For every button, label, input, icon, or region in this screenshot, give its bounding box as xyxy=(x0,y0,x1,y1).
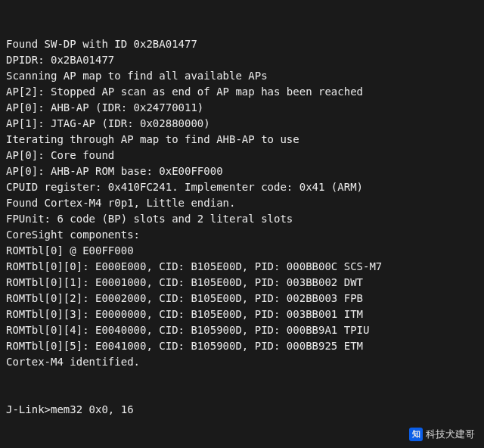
output-line: CoreSight components: xyxy=(6,227,478,243)
output-line: ROMTbl[0][2]: E0002000, CID: B105E00D, P… xyxy=(6,291,478,306)
output-line: ROMTbl[0][3]: E0000000, CID: B105E00D, P… xyxy=(6,306,478,322)
output-line: Found Cortex-M4 r0p1, Little endian. xyxy=(6,195,478,211)
output-line: ROMTbl[0][0]: E000E000, CID: B105E00D, P… xyxy=(6,259,478,275)
watermark-author: 科技犬建哥 xyxy=(426,426,475,442)
output-line: AP[0]: AHB-AP ROM base: 0xE00FF000 xyxy=(6,163,478,179)
output-line: FPUnit: 6 code (BP) slots and 2 literal … xyxy=(6,211,478,227)
terminal-output: Found SW-DP with ID 0x2BA01477DPIDR: 0x2… xyxy=(6,36,478,370)
prompt-label: J-Link> xyxy=(6,403,51,415)
output-line: DPIDR: 0x2BA01477 xyxy=(6,52,478,68)
output-line: AP[1]: JTAG-AP (IDR: 0x02880000) xyxy=(6,116,478,132)
output-line: ROMTbl[0][4]: E0040000, CID: B105900D, P… xyxy=(6,322,478,338)
output-line: AP[0]: Core found xyxy=(6,148,478,163)
zhihu-logo-icon: 知 xyxy=(409,428,423,441)
output-line: AP[0]: AHB-AP (IDR: 0x24770011) xyxy=(6,100,478,116)
output-line: Iterating through AP map to find AHB-AP … xyxy=(6,132,478,148)
output-line: ROMTbl[0] @ E00FF000 xyxy=(6,243,478,259)
output-line: ROMTbl[0][5]: E0041000, CID: B105900D, P… xyxy=(6,338,478,354)
output-line: Cortex-M4 identified. xyxy=(6,354,478,370)
output-line: Found SW-DP with ID 0x2BA01477 xyxy=(6,36,478,52)
terminal-window[interactable]: Found SW-DP with ID 0x2BA01477DPIDR: 0x2… xyxy=(0,0,484,448)
output-line: ROMTbl[0][1]: E0001000, CID: B105E00D, P… xyxy=(6,275,478,291)
entered-command: mem32 0x0, 16 xyxy=(51,403,134,415)
output-line: Scanning AP map to find all available AP… xyxy=(6,68,478,84)
prompt-line-1: J-Link>mem32 0x0, 16 xyxy=(6,402,478,418)
output-line: CPUID register: 0x410FC241. Implementer … xyxy=(6,179,478,195)
output-line: AP[2]: Stopped AP scan as end of AP map … xyxy=(6,84,478,100)
watermark: 知 科技犬建哥 xyxy=(409,426,475,442)
